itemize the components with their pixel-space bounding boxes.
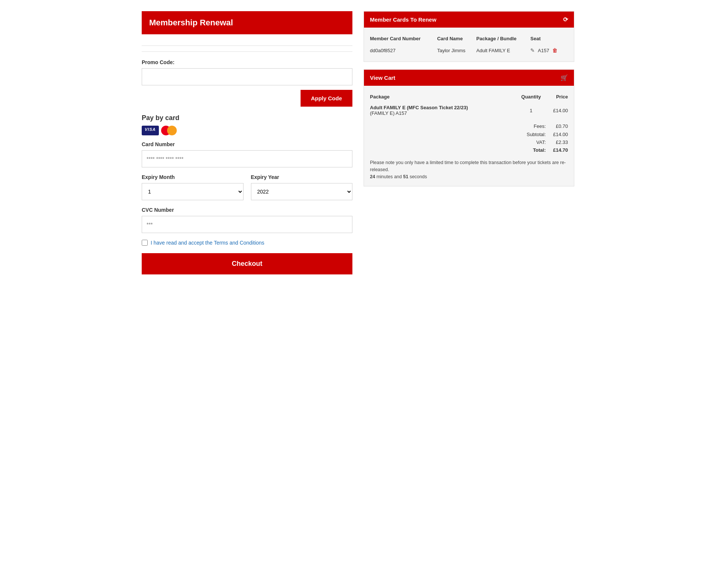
cart-item-package: Adult FAMILY E (MFC Season Ticket 22/23)… bbox=[370, 103, 516, 117]
member-card-row: dd0a0f8527 Taylor Jimms Adult FAMILY E ✎… bbox=[370, 45, 568, 56]
member-cards-panel: Member Cards To Renew ⟳ Member Card Numb… bbox=[364, 11, 574, 62]
expiry-year-group: Expiry Year 2022 2023 2024 2025 2026 202… bbox=[251, 174, 353, 200]
col-header-seat: Seat bbox=[530, 34, 568, 45]
delete-icon[interactable]: 🗑 bbox=[552, 47, 558, 53]
total-label: Total: bbox=[516, 146, 546, 154]
terms-checkbox[interactable] bbox=[142, 240, 148, 246]
member-card-package: Adult FAMILY E bbox=[476, 45, 530, 56]
col-header-package: Package / Bundle bbox=[476, 34, 530, 45]
subtotal-label: Subtotal: bbox=[516, 131, 546, 138]
col-header-card-number: Member Card Number bbox=[370, 34, 437, 45]
member-cards-table: Member Card Number Card Name Package / B… bbox=[370, 34, 568, 56]
terms-link[interactable]: I have read and accept the Terms and Con… bbox=[151, 240, 264, 246]
expiry-month-label: Expiry Month bbox=[142, 174, 244, 180]
card-number-group: Card Number bbox=[142, 141, 352, 167]
cart-header: View Cart 🛒 bbox=[364, 70, 574, 86]
seat-actions: ✎ A157 🗑 bbox=[530, 47, 565, 53]
cart-panel: View Cart 🛒 Package Quantity Price bbox=[364, 69, 574, 186]
member-cards-header: Member Cards To Renew ⟳ bbox=[364, 12, 574, 28]
expiry-month-group: Expiry Month 1 2 3 4 5 6 7 8 9 10 11 12 bbox=[142, 174, 244, 200]
expiry-year-select[interactable]: 2022 2023 2024 2025 2026 2027 bbox=[251, 183, 353, 200]
card-icons: VISA bbox=[142, 126, 352, 135]
col-header-card-name: Card Name bbox=[437, 34, 476, 45]
timer-seconds-label: seconds bbox=[409, 174, 427, 179]
subtotal-row: Subtotal: £14.00 bbox=[370, 131, 568, 138]
refresh-icon[interactable]: ⟳ bbox=[563, 16, 568, 23]
timer-and-label: minutes and bbox=[376, 174, 402, 179]
promo-section: Promo Code: bbox=[142, 59, 352, 85]
fees-label: Fees: bbox=[516, 117, 546, 131]
expiry-month-select[interactable]: 1 2 3 4 5 6 7 8 9 10 11 12 bbox=[142, 183, 244, 200]
total-value: £14.70 bbox=[546, 146, 568, 154]
mastercard-icon bbox=[161, 126, 177, 135]
cart-icon[interactable]: 🛒 bbox=[560, 74, 568, 81]
divider-top bbox=[142, 45, 352, 46]
timer-minutes: 24 bbox=[370, 174, 375, 179]
cart-item-quantity: 1 bbox=[516, 103, 546, 117]
pay-by-card-label: Pay by card bbox=[142, 114, 352, 122]
cvc-input[interactable] bbox=[142, 216, 352, 233]
page-title: Membership Renewal bbox=[142, 11, 352, 34]
member-card-number: dd0a0f8527 bbox=[370, 45, 437, 56]
cart-item-row: Adult FAMILY E (MFC Season Ticket 22/23)… bbox=[370, 103, 568, 117]
promo-code-label: Promo Code: bbox=[142, 59, 352, 65]
right-column: Member Cards To Renew ⟳ Member Card Numb… bbox=[364, 11, 574, 274]
vat-label: VAT: bbox=[516, 138, 546, 146]
promo-code-input[interactable] bbox=[142, 68, 352, 85]
divider-mid bbox=[142, 51, 352, 52]
cart-table: Package Quantity Price Adult FAMILY E (M… bbox=[370, 92, 568, 154]
fees-value: £0.70 bbox=[546, 117, 568, 131]
expiry-year-label: Expiry Year bbox=[251, 174, 353, 180]
cart-notice: Please note you only have a limited time… bbox=[370, 159, 568, 180]
cart-col-price: Price bbox=[546, 92, 568, 103]
vat-value: £2.33 bbox=[546, 138, 568, 146]
cart-title: View Cart bbox=[370, 75, 395, 81]
terms-row: I have read and accept the Terms and Con… bbox=[142, 240, 352, 246]
seat-value: A157 bbox=[538, 48, 549, 53]
member-card-seat: ✎ A157 🗑 bbox=[530, 45, 568, 56]
visa-icon: VISA bbox=[142, 126, 159, 135]
cart-item-price: £14.00 bbox=[546, 103, 568, 117]
subtotal-value: £14.00 bbox=[546, 131, 568, 138]
card-number-label: Card Number bbox=[142, 141, 352, 147]
cart-col-quantity: Quantity bbox=[516, 92, 546, 103]
vat-row: VAT: £2.33 bbox=[370, 138, 568, 146]
left-column: Membership Renewal Promo Code: Apply Cod… bbox=[142, 11, 352, 274]
cart-body: Package Quantity Price Adult FAMILY E (M… bbox=[364, 86, 574, 186]
member-cards-title: Member Cards To Renew bbox=[370, 16, 436, 23]
member-card-name: Taylor Jimms bbox=[437, 45, 476, 56]
cvc-label: CVC Number bbox=[142, 207, 352, 213]
cart-package-line1: Adult FAMILY E (MFC Season Ticket 22/23) bbox=[370, 105, 516, 110]
checkout-button[interactable]: Checkout bbox=[142, 253, 352, 274]
cart-spacer: Fees: £0.70 bbox=[370, 117, 568, 131]
total-row: Total: £14.70 bbox=[370, 146, 568, 154]
notice-line1: Please note you only have a limited time… bbox=[370, 160, 566, 172]
cart-col-package: Package bbox=[370, 92, 516, 103]
edit-icon[interactable]: ✎ bbox=[530, 47, 535, 53]
member-cards-body: Member Card Number Card Name Package / B… bbox=[364, 28, 574, 62]
card-number-input[interactable] bbox=[142, 150, 352, 167]
expiry-row: Expiry Month 1 2 3 4 5 6 7 8 9 10 11 12 bbox=[142, 174, 352, 200]
apply-code-row: Apply Code bbox=[142, 90, 352, 107]
apply-code-button[interactable]: Apply Code bbox=[301, 90, 352, 107]
cvc-group: CVC Number bbox=[142, 207, 352, 233]
timer-seconds: 51 bbox=[403, 174, 408, 179]
cart-package-line2: (FAMILY E) A157 bbox=[370, 110, 516, 116]
pay-by-card-section: Pay by card VISA Card Number Expiry Mont… bbox=[142, 114, 352, 233]
